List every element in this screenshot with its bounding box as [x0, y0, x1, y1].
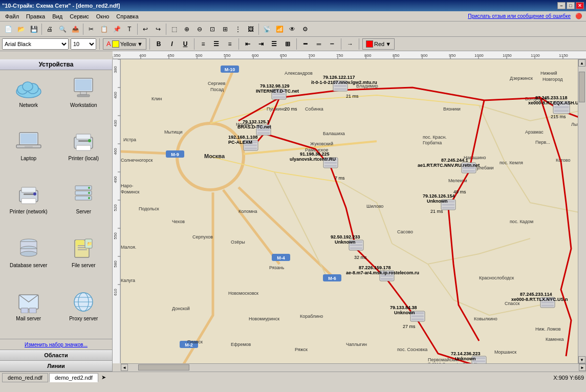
tb-export-button[interactable]: 📤	[69, 23, 81, 35]
horizontal-scrollbar[interactable]: ◄ ►	[121, 363, 586, 372]
indent-left-button[interactable]: ⇤	[242, 38, 253, 50]
tb-paste-button[interactable]: 📌	[111, 23, 123, 35]
tb-grid-button[interactable]: ⋮	[232, 23, 244, 35]
tb-settings-button[interactable]: ⚙	[299, 23, 311, 35]
window-close-button[interactable]: ✕	[576, 2, 584, 9]
network-cloud-svg	[14, 77, 43, 100]
printer-local-svg	[71, 131, 96, 153]
tb-align-button[interactable]: ⊞	[219, 23, 231, 35]
menu-help[interactable]: Справка	[113, 12, 141, 20]
tb-new-button[interactable]: 📄	[2, 23, 14, 35]
tb-print-button[interactable]: 🖨	[44, 23, 56, 35]
tb-format-button[interactable]: T	[123, 23, 136, 35]
tb-zoom-fit-button[interactable]: ⊡	[206, 23, 219, 35]
tb-select-button[interactable]: ⬚	[168, 23, 180, 35]
tb-image-button[interactable]: 🖼	[245, 23, 257, 35]
scrollbar-thumb-h[interactable]	[138, 364, 189, 371]
svg-text:87.245.244.1: 87.245.244.1	[441, 158, 468, 163]
feedback-icon[interactable]: 🔴	[574, 11, 584, 21]
svg-text:950: 950	[449, 53, 456, 58]
line-color-button[interactable]: Red ▼	[362, 38, 395, 50]
svg-text:600: 600	[252, 53, 259, 58]
device-database-server[interactable]: Database server	[2, 232, 55, 284]
change-icons-link[interactable]: Изменить набор значков...	[25, 342, 88, 347]
svg-rect-213	[324, 165, 337, 167]
device-laptop[interactable]: Laptop	[2, 125, 55, 177]
toolbar-file-group: 📄 📂 💾 🖨 🔍 📤 ✂ 📋 📌 T ↩ ↪ ⬚ ⊕ ⊖ ⊡ ⊞ ⋮ 🖼 📡 …	[2, 23, 311, 35]
map-area[interactable]: М-10 М-9 М-4 М-6 М-2 Москва Клин Сергиев…	[121, 59, 578, 363]
menu-view[interactable]: Вид	[49, 12, 66, 20]
bold-button[interactable]: B	[153, 38, 164, 50]
svg-text:Фоминск: Фоминск	[121, 189, 140, 194]
menu-service[interactable]: Сервис	[67, 12, 92, 20]
align-center-button[interactable]: ☰	[211, 38, 222, 50]
toolbar-format: Arial Black 10 A Yellow ▼ B I U ≡ ☰ ≡ ⇤ …	[0, 37, 586, 51]
device-server[interactable]: Server	[57, 179, 111, 230]
tb-ping-button[interactable]: 📶	[273, 23, 286, 35]
border-width-button[interactable]: ═	[313, 38, 324, 50]
svg-rect-241	[381, 278, 393, 280]
tab-lines[interactable]: Линии	[0, 361, 112, 372]
vertical-scrollbar[interactable]: ▲ ▼	[578, 59, 586, 363]
tb-zoom-in-button[interactable]: ⊕	[181, 23, 193, 35]
svg-text:87.245.233.118: 87.245.233.118	[535, 95, 568, 100]
tab-demo-red2[interactable]: demo_red2.ndf	[49, 373, 98, 382]
font-size-select[interactable]: 10	[71, 38, 96, 50]
window-minimize-button[interactable]: –	[557, 2, 566, 9]
scrollbar-right-button[interactable]: ►	[579, 364, 586, 371]
tb-scan-button[interactable]: 📡	[261, 23, 273, 35]
align-left-button[interactable]: ≡	[198, 38, 209, 50]
device-printer-network[interactable]: Printer (network)	[2, 179, 55, 230]
fmt-sep-6	[341, 38, 341, 50]
underline-button[interactable]: U	[180, 38, 191, 50]
scrollbar-up-button[interactable]: ▲	[578, 59, 585, 67]
tb-open-button[interactable]: 📂	[15, 23, 27, 35]
horizontal-ruler: 350 400 450 500 550 600 650 700 750 800 …	[113, 51, 586, 59]
device-printer-local[interactable]: Printer (local)	[57, 125, 111, 177]
menu-edit[interactable]: Правка	[23, 12, 48, 20]
device-network[interactable]: Network	[2, 72, 55, 123]
italic-button[interactable]: I	[166, 38, 178, 50]
tb-cut-button[interactable]: ✂	[85, 23, 97, 35]
toolbar-sep-3	[137, 24, 138, 35]
vertical-ruler: 380 400 430 460 490 520 550 580	[113, 59, 121, 363]
scrollbar-thumb-v[interactable]	[579, 72, 585, 102]
device-workstation[interactable]: Workstation	[57, 72, 111, 123]
tab-areas[interactable]: Области	[0, 350, 112, 361]
svg-text:Ковылкино: Ковылкино	[474, 316, 497, 321]
menu-file[interactable]: Файл	[2, 12, 22, 20]
tb-zoom-out-button[interactable]: ⊖	[193, 23, 206, 35]
v-ruler-svg: 380 400 430 460 490 520 550 580	[113, 59, 121, 363]
arrow-button[interactable]: →	[344, 38, 356, 50]
align-right-button[interactable]: ≡	[224, 38, 235, 50]
device-file-server[interactable]: 📁 File server	[57, 232, 111, 284]
border-style-button[interactable]: ━	[300, 38, 311, 50]
feedback-link[interactable]: Прислать отзыв или сообщение об ошибке	[468, 13, 571, 19]
list-button[interactable]: ☰	[269, 38, 280, 50]
printer-network-label: Printer (network)	[10, 209, 48, 214]
indent-right-button[interactable]: ⇥	[255, 38, 267, 50]
tb-preview-button[interactable]: 🔍	[56, 23, 69, 35]
tb-monitor-button[interactable]: 👁	[286, 23, 298, 35]
table-button[interactable]: ⊞	[282, 38, 293, 50]
svg-rect-207	[245, 147, 257, 149]
menu-window[interactable]: Окно	[93, 12, 113, 20]
device-mail-server[interactable]: Mail server	[2, 286, 55, 337]
font-color-button[interactable]: A Yellow ▼	[103, 38, 146, 50]
device-proxy-server[interactable]: Proxy server	[57, 286, 111, 337]
border-dash-button[interactable]: ┄	[327, 38, 338, 50]
window-maximize-button[interactable]: □	[567, 2, 575, 9]
scrollbar-left-button[interactable]: ◄	[121, 364, 128, 371]
svg-rect-43	[77, 95, 90, 97]
tb-redo-button[interactable]: ↪	[152, 23, 164, 35]
svg-text:Unknown: Unknown	[427, 199, 448, 204]
tab-demo-red[interactable]: demo_red.ndf	[2, 373, 48, 382]
tb-undo-button[interactable]: ↩	[139, 23, 151, 35]
font-select[interactable]: Arial Black	[2, 38, 69, 50]
printer-network-svg	[16, 184, 41, 206]
scrollbar-down-button[interactable]: ▼	[578, 356, 585, 363]
tb-copy-button[interactable]: 📋	[98, 23, 110, 35]
tb-save-button[interactable]: 💾	[28, 23, 40, 35]
svg-text:32 ms: 32 ms	[354, 255, 367, 260]
svg-text:Ефремов: Ефремов	[231, 342, 251, 347]
